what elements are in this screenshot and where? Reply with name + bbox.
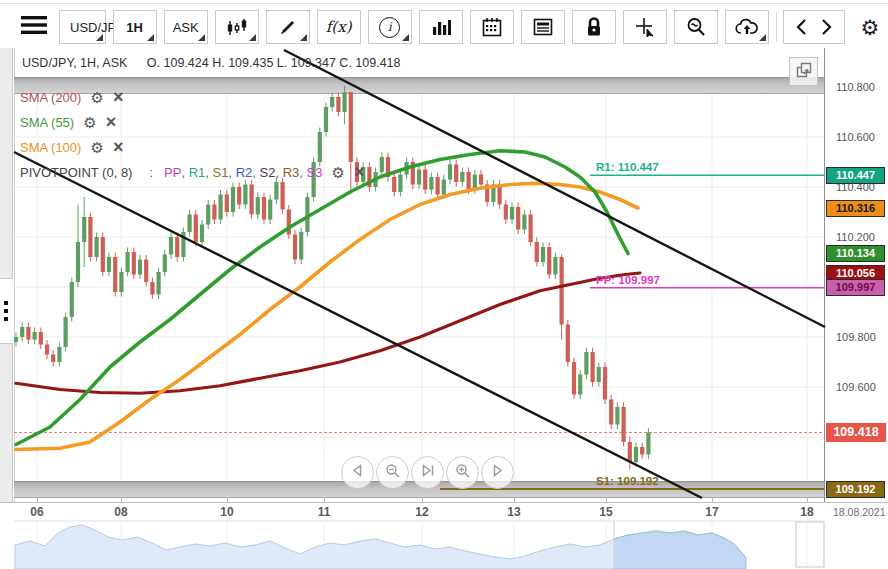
time-label-17: 17 <box>705 505 718 519</box>
pivotpoint-separator: : <box>149 165 153 180</box>
time-tick-mark <box>422 497 423 502</box>
pan-left-button[interactable] <box>341 456 374 489</box>
indicator-remove-button[interactable]: × <box>113 88 124 106</box>
price-badge-109.997: 109.997 <box>826 279 885 296</box>
pivotpoint-levels: PP, R1, S1, R2, S2, R3, S3 <box>164 165 322 180</box>
news-button[interactable] <box>521 10 565 44</box>
timeframe-select[interactable]: 1H <box>113 10 157 44</box>
price-type-select[interactable]: ASK <box>164 10 208 44</box>
chart-nav-buttons <box>341 456 514 489</box>
r1-line-label: R1: 110.447 <box>596 161 659 173</box>
main-menu-button[interactable] <box>16 10 52 44</box>
hamburger-icon <box>21 15 47 39</box>
zoom-out-icon <box>385 463 401 483</box>
pivot-level-s3: S3 <box>307 165 323 180</box>
time-tick-mark <box>606 497 607 502</box>
time-axis-border <box>0 502 888 503</box>
pivot-level-s2: S2 <box>260 165 276 180</box>
time-tick-mark <box>807 497 808 502</box>
s1-line-label: S1: 109.192 <box>596 475 659 487</box>
chevron-left-icon[interactable] <box>796 19 807 35</box>
indicator-remove-button[interactable]: × <box>113 138 124 156</box>
news-icon <box>533 18 553 36</box>
magnifier-icon <box>686 17 706 37</box>
pivot-level-s1: S1 <box>213 165 229 180</box>
indicator-row-1: SMA (200)⚙× <box>20 88 123 106</box>
price-tick-110.200: 110.200 <box>836 231 875 243</box>
time-label-18: 18 <box>800 505 813 519</box>
chart-type-button[interactable] <box>215 10 259 44</box>
splitter-handle[interactable] <box>0 278 13 344</box>
price-badge-110.447: 110.447 <box>826 167 885 184</box>
time-tick-mark <box>712 497 713 502</box>
price-badge-109.418: 109.418 <box>826 423 886 442</box>
price-tick-109.800: 109.800 <box>836 331 876 343</box>
indicator-settings-button[interactable]: ⚙ <box>83 115 96 130</box>
popout-icon <box>796 62 812 82</box>
indicator-settings-button[interactable]: ⚙ <box>90 140 103 155</box>
indicator-label: SMA (100) <box>20 140 81 155</box>
left-panel-splitter[interactable] <box>0 48 13 502</box>
range-navigator[interactable] <box>15 521 746 568</box>
settings-button[interactable]: ⚙ <box>852 10 888 44</box>
time-label-11: 11 <box>318 505 331 519</box>
time-tick-mark <box>324 497 325 502</box>
chart-toolbar: USD/JPY 1H ASK <box>16 9 888 45</box>
indicator-row-3: SMA (100)⚙× <box>20 138 123 156</box>
pan-right-button[interactable] <box>481 456 514 489</box>
time-label-15: 15 <box>599 505 612 519</box>
symbol-select[interactable]: USD/JPY <box>59 10 106 44</box>
lock-icon <box>585 17 603 37</box>
zoom-button[interactable] <box>674 10 718 44</box>
price-badge-110.134: 110.134 <box>826 245 885 262</box>
price-badge-109.192: 109.192 <box>826 481 885 498</box>
cloud-upload-icon <box>735 17 759 37</box>
lock-button[interactable] <box>572 10 616 44</box>
crosshair-button[interactable] <box>623 10 667 44</box>
go-to-latest-button[interactable] <box>411 456 444 489</box>
zoom-in-button[interactable] <box>446 456 479 489</box>
time-tick-mark <box>514 497 515 502</box>
draw-tools-button[interactable] <box>266 10 310 44</box>
comma: , <box>275 165 282 180</box>
volume-button[interactable] <box>419 10 463 44</box>
indicator-row-2: SMA (55)⚙× <box>20 113 116 131</box>
price-type-select-value: ASK <box>173 20 199 35</box>
time-label-13: 13 <box>507 505 520 519</box>
indicator-label: SMA (55) <box>20 115 74 130</box>
pivotpoint-label: PIVOTPOINT (0, 8) <box>20 165 132 180</box>
timeframe-select-value: 1H <box>126 20 143 35</box>
publish-button[interactable] <box>725 10 769 44</box>
chart-plot-area[interactable] <box>15 48 824 481</box>
price-tick-109.600: 109.600 <box>836 381 876 393</box>
drag-dots-icon <box>4 301 9 321</box>
indicators-button[interactable]: f(x) <box>317 10 361 44</box>
chevron-right-icon[interactable] <box>821 19 832 35</box>
time-label-08: 08 <box>114 505 127 519</box>
time-label-06: 06 <box>30 505 43 519</box>
calendar-icon <box>482 17 502 37</box>
price-axis-border <box>824 48 825 502</box>
pencil-icon <box>278 17 298 37</box>
zoom-out-button[interactable] <box>376 456 409 489</box>
pivotpoint-settings-button[interactable]: ⚙ <box>331 165 344 180</box>
pivotpoint-remove-button[interactable]: × <box>354 163 365 181</box>
indicator-remove-button[interactable]: × <box>106 113 117 131</box>
popout-button[interactable] <box>789 57 818 86</box>
trading-platform-window: USD/JPY 1H ASK <box>0 0 888 569</box>
indicator-label: SMA (200) <box>20 90 81 105</box>
price-tick-110.800: 110.800 <box>836 81 875 93</box>
pp-line-label: PP: 109.997 <box>596 274 660 286</box>
calendar-button[interactable] <box>470 10 514 44</box>
comma: , <box>181 165 188 180</box>
comma: , <box>205 165 212 180</box>
pivot-level-r2: R2 <box>236 165 253 180</box>
pan-left-icon <box>350 463 365 482</box>
info-icon: i <box>379 17 400 38</box>
info-button[interactable]: i <box>368 10 412 44</box>
go-to-latest-icon <box>420 463 436 482</box>
gear-icon: ⚙ <box>861 17 880 38</box>
comma: , <box>299 165 306 180</box>
pivot-level-r1: R1 <box>189 165 206 180</box>
indicator-settings-button[interactable]: ⚙ <box>90 90 103 105</box>
